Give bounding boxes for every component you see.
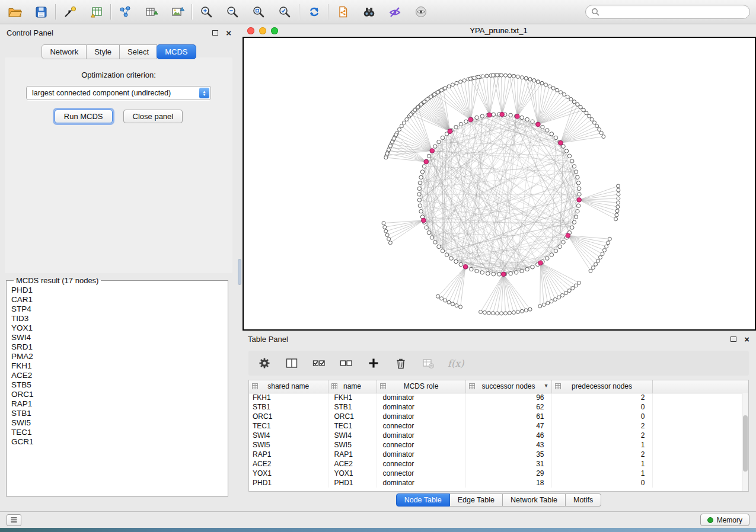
leaf-node[interactable] (605, 245, 608, 248)
table-row[interactable]: SWI5SWI5connector431 (249, 440, 748, 450)
mcds-result-item[interactable]: ORC1 (11, 390, 227, 399)
leaf-node[interactable] (538, 305, 542, 308)
leaf-node[interactable] (536, 80, 540, 84)
ring-node[interactable] (572, 165, 576, 168)
leaf-node[interactable] (595, 124, 599, 128)
mcds-node[interactable] (468, 117, 473, 122)
ring-node[interactable] (497, 273, 501, 276)
leaf-node[interactable] (447, 300, 451, 304)
ring-node[interactable] (577, 187, 580, 190)
leaf-node[interactable] (572, 100, 576, 104)
table-row[interactable]: RAP1RAP1dominator352 (249, 450, 748, 459)
leaf-node[interactable] (576, 102, 579, 106)
leaf-node[interactable] (455, 81, 458, 85)
mcds-node[interactable] (422, 218, 426, 223)
leaf-node[interactable] (385, 233, 389, 237)
leaf-node[interactable] (436, 294, 439, 298)
ring-node[interactable] (546, 129, 549, 132)
ring-node[interactable] (475, 116, 479, 119)
save-session-button[interactable] (32, 3, 50, 21)
leaf-node[interactable] (520, 76, 524, 79)
tab-node-table[interactable]: Node Table (396, 493, 450, 507)
leaf-node[interactable] (444, 299, 447, 302)
open-session-button[interactable] (6, 3, 24, 21)
mcds-result-item[interactable]: GCR1 (11, 437, 227, 447)
close-window-icon[interactable] (247, 27, 254, 34)
hide-overlay-button[interactable] (386, 3, 404, 21)
ring-node[interactable] (562, 241, 565, 244)
leaf-node[interactable] (393, 137, 396, 140)
ring-node[interactable] (459, 122, 462, 126)
leaf-node[interactable] (528, 307, 532, 311)
import-network-button[interactable] (61, 3, 79, 21)
maximize-window-icon[interactable] (271, 27, 278, 34)
ring-node[interactable] (441, 136, 444, 139)
ring-node[interactable] (531, 265, 534, 269)
leaf-node[interactable] (455, 304, 458, 307)
table-scrollbar-thumb[interactable] (743, 415, 748, 472)
ring-node[interactable] (554, 136, 557, 139)
mcds-result-item[interactable]: STB1 (11, 409, 227, 418)
select-all-button[interactable] (311, 355, 327, 371)
float-panel-icon[interactable] (731, 336, 736, 342)
ring-node[interactable] (564, 149, 568, 153)
show-column-button[interactable] (284, 355, 299, 371)
memory-button[interactable]: Memory (700, 514, 749, 526)
column-header-shared-name[interactable]: shared name (249, 380, 328, 393)
ring-node[interactable] (419, 175, 423, 179)
search-box[interactable] (585, 5, 750, 19)
ring-node[interactable] (576, 204, 580, 207)
mcds-node[interactable] (536, 122, 541, 127)
column-header-MCDS-role[interactable]: MCDS role (377, 380, 465, 393)
ring-node[interactable] (514, 271, 518, 274)
leaf-node[interactable] (444, 86, 447, 90)
leaf-node[interactable] (508, 74, 512, 78)
leaf-node[interactable] (577, 281, 580, 284)
leaf-node[interactable] (614, 217, 618, 221)
add-row-button[interactable] (366, 355, 381, 371)
leaf-node[interactable] (383, 225, 387, 229)
mcds-result-item[interactable]: SRD1 (11, 342, 227, 352)
ring-node[interactable] (419, 209, 423, 213)
ring-node[interactable] (437, 245, 441, 248)
leaf-node[interactable] (409, 113, 413, 117)
ring-node[interactable] (546, 257, 549, 260)
leaf-node[interactable] (567, 289, 571, 293)
leaf-node[interactable] (540, 81, 544, 85)
ring-node[interactable] (445, 253, 448, 257)
leaf-node[interactable] (616, 205, 620, 209)
mcds-node[interactable] (515, 114, 520, 119)
ring-node[interactable] (486, 271, 490, 275)
ring-node[interactable] (422, 165, 426, 168)
mcds-node[interactable] (566, 233, 570, 238)
leaf-node[interactable] (487, 311, 490, 315)
import-table-button[interactable] (87, 3, 105, 21)
leaf-node[interactable] (485, 74, 489, 78)
leaf-node[interactable] (400, 124, 403, 128)
leaf-node[interactable] (491, 312, 495, 315)
tab-motifs[interactable]: Motifs (566, 493, 601, 507)
mcds-result-item[interactable]: TID3 (11, 314, 227, 323)
ring-node[interactable] (550, 253, 553, 257)
leaf-node[interactable] (548, 85, 551, 88)
leaf-node[interactable] (388, 241, 392, 245)
leaf-node[interactable] (394, 133, 398, 137)
ring-node[interactable] (449, 257, 453, 260)
ring-node[interactable] (520, 269, 524, 273)
leaf-node[interactable] (550, 300, 553, 303)
table-settings-button[interactable] (257, 355, 272, 371)
network-graph[interactable] (244, 38, 755, 328)
mcds-result-item[interactable]: PMA2 (11, 352, 227, 361)
table-row[interactable]: ORC1ORC1dominator610 (249, 412, 748, 421)
leaf-node[interactable] (607, 241, 610, 245)
leaf-node[interactable] (596, 259, 600, 262)
ring-node[interactable] (509, 271, 512, 275)
ring-node[interactable] (420, 170, 424, 174)
ring-node[interactable] (427, 154, 430, 158)
leaf-node[interactable] (594, 262, 598, 266)
leaf-node[interactable] (602, 248, 606, 252)
ring-node[interactable] (430, 236, 433, 239)
leaf-node[interactable] (591, 266, 595, 270)
leaf-node[interactable] (477, 75, 480, 79)
ring-node[interactable] (417, 198, 421, 201)
